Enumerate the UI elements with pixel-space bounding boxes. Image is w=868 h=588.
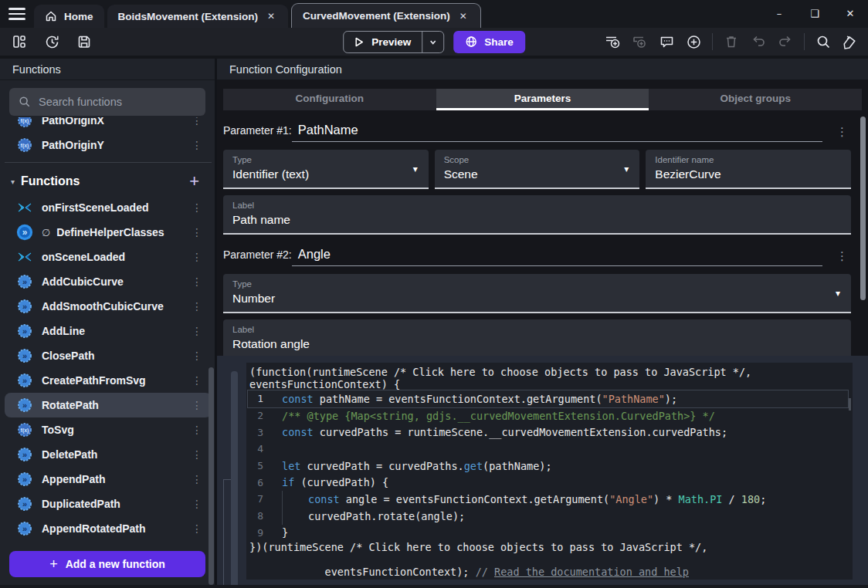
- sidebar-scrollbar[interactable]: [209, 367, 214, 585]
- edit-extension-icon[interactable]: [842, 33, 859, 50]
- item-menu-icon[interactable]: ⋮: [187, 300, 207, 313]
- sidebar-item-addsmoothcubiccurve[interactable]: »AddSmoothCubicCurve⋮: [5, 294, 212, 319]
- code-line-9[interactable]: 9}: [248, 525, 848, 542]
- parameter-menu-icon[interactable]: ⋮: [833, 125, 851, 142]
- sidebar-item-createpathfromsvg[interactable]: »CreatePathFromSvg⋮: [5, 368, 212, 393]
- item-menu-icon[interactable]: ⋮: [187, 325, 207, 337]
- parameter-block-2: Parameter #2:Angle⋮TypeNumber▾LabelRotat…: [223, 247, 851, 356]
- delete-icon[interactable]: [723, 33, 740, 50]
- add-event-icon[interactable]: [604, 33, 621, 50]
- add-new-icon[interactable]: [685, 33, 702, 50]
- code-line-7[interactable]: 7const angle = eventsFunctionContext.get…: [248, 491, 848, 508]
- tab-curvedmovement-extension-[interactable]: CurvedMovement (Extension)✕: [291, 3, 481, 28]
- sidebar-item-addcubiccurve[interactable]: »AddCubicCurve⋮: [5, 269, 212, 294]
- parameter-menu-icon[interactable]: ⋮: [833, 249, 851, 266]
- indent-guide: [282, 508, 283, 525]
- item-menu-icon[interactable]: ⋮: [187, 374, 207, 387]
- identifier-name-field[interactable]: Identifier nameBezierCurve: [646, 150, 851, 189]
- item-menu-icon[interactable]: ⋮: [187, 448, 207, 461]
- item-menu-icon[interactable]: ⋮: [187, 399, 207, 411]
- sidebar-item-rotatepath[interactable]: »RotatePath⋮: [5, 393, 212, 417]
- tab-home[interactable]: Home: [34, 5, 104, 28]
- parameter-name-input[interactable]: Angle: [292, 247, 822, 266]
- code-line-3[interactable]: 3const curvedPaths = runtimeScene.__curv…: [248, 424, 848, 441]
- main-menu-icon[interactable]: [0, 0, 34, 28]
- configuration-tabs: ConfigurationParametersObject groups: [223, 89, 862, 110]
- close-button[interactable]: ✕: [832, 0, 868, 26]
- section-add-icon[interactable]: +: [183, 173, 205, 190]
- undo-icon[interactable]: [750, 33, 767, 50]
- search-icon[interactable]: [815, 33, 832, 50]
- tab-boidsmovement-extension-[interactable]: BoidsMovement (Extension)✕: [107, 5, 289, 28]
- tab-object-groups[interactable]: Object groups: [649, 89, 862, 110]
- globe-icon: [465, 35, 477, 48]
- label-field[interactable]: LabelRotation angle: [223, 319, 851, 356]
- item-menu-icon[interactable]: ⋮: [187, 275, 207, 288]
- sidebar-item-onsceneloaded[interactable]: onSceneLoaded⋮: [5, 245, 212, 269]
- label-field[interactable]: LabelPath name: [223, 195, 851, 235]
- parameters-scrollbar[interactable]: [860, 117, 866, 300]
- sidebar-item-onfirstsceneloaded[interactable]: onFirstSceneLoaded⋮: [5, 195, 212, 220]
- sidebar-item-appendrotatedpath[interactable]: »AppendRotatedPath⋮: [5, 516, 212, 541]
- sidebar-item-tosvg[interactable]: f(x)ToSvg⋮: [5, 417, 212, 442]
- preview-options-caret[interactable]: [422, 32, 443, 52]
- item-menu-icon[interactable]: ⋮: [187, 226, 207, 238]
- item-menu-icon[interactable]: ⋮: [187, 251, 207, 263]
- scope-field[interactable]: ScopeScene▾: [435, 150, 640, 189]
- add-new-function-button[interactable]: + Add a new function: [9, 551, 205, 577]
- events-scrollbar[interactable]: [231, 371, 238, 585]
- code-footer[interactable]: })(runtimeScene /* Click here to choose …: [248, 541, 848, 553]
- type-field[interactable]: TypeIdentifier (text)▾: [223, 150, 429, 189]
- item-menu-icon[interactable]: ⋮: [187, 117, 207, 127]
- sidebar-item-duplicatedpath[interactable]: »DuplicatedPath⋮: [5, 492, 212, 516]
- sidebar-item-closepath[interactable]: »ClosePath⋮: [5, 343, 212, 368]
- share-button[interactable]: Share: [453, 31, 525, 53]
- history-icon[interactable]: [43, 33, 60, 50]
- sidebar-item-addline[interactable]: »AddLine⋮: [5, 319, 212, 343]
- sidebar-item-pathoriginx[interactable]: f(x)PathOriginX⋮: [5, 117, 212, 133]
- sidebar-item-deletepath[interactable]: »DeletePath⋮: [5, 442, 212, 467]
- sidebar-item-pathoriginy[interactable]: f(x)PathOriginY⋮: [5, 133, 212, 157]
- function-name: AppendRotatedPath: [42, 522, 146, 535]
- action-function-icon: »: [15, 519, 34, 538]
- item-menu-icon[interactable]: ⋮: [187, 139, 207, 151]
- redo-icon[interactable]: [777, 33, 794, 50]
- main-panel: Function Configuration ConfigurationPara…: [217, 59, 868, 585]
- chevron-down-icon: [429, 38, 437, 46]
- tab-close-icon[interactable]: ✕: [265, 9, 277, 23]
- type-field[interactable]: TypeNumber▾: [223, 274, 851, 313]
- code-line-6[interactable]: 6if (curvedPath) {: [248, 474, 848, 491]
- preview-button[interactable]: Preview: [344, 36, 422, 48]
- chevron-down-icon: ▾: [624, 164, 629, 174]
- item-menu-icon[interactable]: ⋮: [187, 350, 207, 362]
- code-line-5[interactable]: 5let curvedPath = curvedPaths.get(pathNa…: [248, 458, 848, 475]
- code-header[interactable]: (function(runtimeScene /* Click here to …: [248, 366, 848, 390]
- item-menu-icon[interactable]: ⋮: [187, 424, 207, 436]
- js-code-editor[interactable]: (function(runtimeScene /* Click here to …: [246, 363, 853, 580]
- sidebar-item-definehelperclasses[interactable]: »∅DefineHelperClasses⋮: [5, 220, 212, 245]
- minimize-button[interactable]: –: [761, 0, 797, 26]
- sidebar-item-speedscaley[interactable]: f(x)SpeedScaleY⋮: [5, 541, 212, 545]
- add-subevent-icon[interactable]: [631, 33, 648, 50]
- code-line-2[interactable]: 2/** @type {Map<string, gdjs.__curvedMov…: [248, 407, 848, 424]
- save-icon[interactable]: [76, 33, 93, 50]
- search-functions-input[interactable]: [39, 96, 196, 108]
- parameter-name-input[interactable]: PathName: [292, 123, 822, 142]
- item-menu-icon[interactable]: ⋮: [187, 498, 207, 510]
- code-line-8[interactable]: 8curvedPath.rotate(angle);: [248, 508, 848, 525]
- code-line-4[interactable]: 4: [248, 441, 848, 458]
- tab-parameters[interactable]: Parameters: [436, 89, 649, 110]
- item-menu-icon[interactable]: ⋮: [187, 473, 207, 485]
- code-line-1[interactable]: 1const pathName = eventsFunctionContext.…: [248, 390, 848, 407]
- item-menu-icon[interactable]: ⋮: [187, 201, 207, 214]
- open-editors-panel-icon[interactable]: [11, 33, 28, 50]
- search-functions-box[interactable]: [9, 88, 205, 116]
- documentation-link[interactable]: Read the documentation and help: [494, 566, 689, 578]
- maximize-button[interactable]: ❑: [797, 0, 832, 26]
- chevron-down-icon[interactable]: ▾: [11, 177, 15, 186]
- tab-close-icon[interactable]: ✕: [457, 9, 470, 23]
- tab-configuration[interactable]: Configuration: [223, 89, 436, 110]
- sidebar-item-appendpath[interactable]: »AppendPath⋮: [5, 467, 212, 492]
- item-menu-icon[interactable]: ⋮: [187, 522, 207, 535]
- add-comment-icon[interactable]: [658, 33, 675, 50]
